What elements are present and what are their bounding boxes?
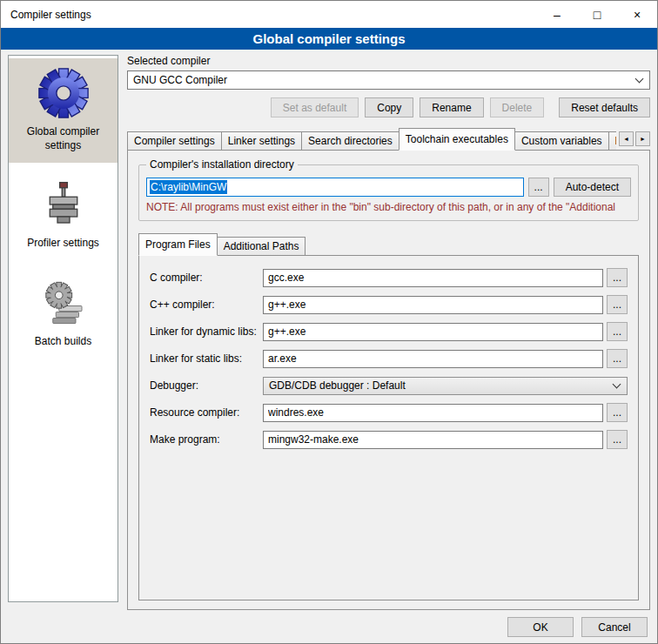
maximize-icon[interactable]: □: [577, 1, 617, 28]
install-dir-value: C:\raylib\MinGW: [150, 180, 227, 194]
make-program-row: Make program: ...: [150, 430, 628, 449]
auto-detect-button[interactable]: Auto-detect: [554, 178, 631, 197]
tab-custom-variables[interactable]: Custom variables: [514, 131, 609, 151]
cpp-compiler-row: C++ compiler: ...: [150, 295, 628, 314]
profiler-icon: [37, 178, 90, 231]
subtab-additional-paths[interactable]: Additional Paths: [217, 237, 306, 256]
tab-toolchain-executables[interactable]: Toolchain executables: [399, 128, 515, 151]
make-program-input[interactable]: [263, 431, 603, 449]
compiler-actions: Set as default Copy Rename Delete Reset …: [127, 97, 650, 117]
title-bar: Compiler settings – □ ×: [1, 1, 657, 28]
toolchain-executables-page: Compiler's installation directory C:\ray…: [127, 150, 650, 610]
selected-compiler-value: GNU GCC Compiler: [133, 74, 227, 86]
chevron-down-icon: [613, 380, 621, 389]
installation-directory-group: Compiler's installation directory C:\ray…: [138, 164, 639, 221]
set-as-default-button: Set as default: [271, 97, 359, 117]
sidebar-item-label: Profiler settings: [10, 237, 116, 251]
tab-scroll-right-icon[interactable]: ►: [635, 131, 650, 146]
debugger-value: GDB/CDB debugger : Default: [269, 379, 406, 392]
c-compiler-row: C compiler: ...: [150, 268, 628, 287]
dynamic-linker-input[interactable]: [263, 323, 603, 341]
sidebar-item-profiler-settings[interactable]: Profiler settings: [9, 170, 118, 261]
sidebar-item-global-compiler-settings[interactable]: Global compiler settings: [9, 58, 118, 163]
dialog-buttons: OK Cancel: [507, 617, 648, 637]
bin-subdirectory-note: NOTE: All programs must exist either in …: [146, 201, 631, 213]
subtab-program-files[interactable]: Program Files: [138, 233, 218, 256]
cpp-compiler-label: C++ compiler:: [150, 299, 263, 311]
static-linker-browse-button[interactable]: ...: [607, 349, 628, 368]
chevron-down-icon: [635, 75, 644, 84]
resource-compiler-row: Resource compiler: ...: [150, 403, 628, 422]
debugger-label: Debugger:: [150, 379, 263, 392]
resource-compiler-input[interactable]: [263, 404, 603, 422]
program-files-page: C compiler: ... C++ compiler: ...: [138, 255, 639, 600]
resource-compiler-label: Resource compiler:: [150, 406, 263, 419]
program-files-tab-bar: Program Files Additional Paths: [138, 233, 639, 256]
install-dir-browse-button[interactable]: ...: [528, 178, 549, 197]
tab-search-directories[interactable]: Search directories: [301, 131, 400, 151]
debugger-dropdown[interactable]: GDB/CDB debugger : Default: [263, 377, 628, 395]
selected-compiler-label: Selected compiler: [127, 55, 650, 67]
compiler-settings-window: Compiler settings – □ × Global compiler …: [0, 0, 658, 644]
make-program-label: Make program:: [150, 433, 263, 446]
minimize-icon[interactable]: –: [537, 1, 577, 28]
rename-button[interactable]: Rename: [420, 97, 483, 117]
delete-button: Delete: [490, 97, 545, 117]
installation-directory-row: C:\raylib\MinGW ... Auto-detect: [146, 178, 631, 197]
install-dir-input[interactable]: C:\raylib\MinGW: [146, 178, 524, 197]
dynamic-linker-row: Linker for dynamic libs: ...: [150, 322, 628, 341]
ok-button[interactable]: OK: [507, 617, 574, 637]
static-linker-row: Linker for static libs: ...: [150, 349, 628, 368]
selected-compiler-dropdown[interactable]: GNU GCC Compiler: [127, 70, 650, 90]
c-compiler-label: C compiler:: [150, 272, 263, 284]
batch-builds-icon: [37, 277, 90, 329]
sidebar-item-label: Batch builds: [10, 335, 116, 349]
tab-scroll-buttons: ◄ ►: [619, 131, 650, 146]
page-title: Global compiler settings: [1, 28, 657, 50]
sidebar-item-label: Global compiler settings: [10, 125, 116, 152]
blue-gear-icon: [37, 67, 90, 119]
window-title: Compiler settings: [1, 9, 91, 21]
dialog-body: Global compiler settings: [1, 50, 657, 643]
tab-build-options[interactable]: Build: [608, 131, 616, 151]
settings-category-list: Global compiler settings: [8, 55, 118, 602]
static-linker-input[interactable]: [263, 350, 603, 368]
debugger-row: Debugger: GDB/CDB debugger : Default: [150, 376, 628, 395]
tab-compiler-settings[interactable]: Compiler settings: [127, 131, 222, 151]
tab-scroll-left-icon[interactable]: ◄: [619, 131, 634, 146]
dynamic-linker-label: Linker for dynamic libs:: [150, 325, 263, 338]
make-program-browse-button[interactable]: ...: [607, 430, 628, 449]
tab-bar: Compiler settings Linker settings Search…: [127, 128, 650, 151]
tab-strip: Compiler settings Linker settings Search…: [127, 128, 616, 151]
cpp-compiler-input[interactable]: [263, 296, 603, 314]
resource-compiler-browse-button[interactable]: ...: [607, 403, 628, 422]
copy-button[interactable]: Copy: [365, 97, 413, 117]
c-compiler-input[interactable]: [263, 269, 603, 287]
tab-linker-settings[interactable]: Linker settings: [221, 131, 302, 151]
sidebar-item-batch-builds[interactable]: Batch builds: [9, 268, 118, 359]
c-compiler-browse-button[interactable]: ...: [607, 268, 628, 287]
static-linker-label: Linker for static libs:: [150, 352, 263, 365]
cancel-button[interactable]: Cancel: [581, 617, 648, 637]
window-controls: – □ ×: [537, 1, 657, 28]
reset-defaults-button[interactable]: Reset defaults: [559, 97, 650, 117]
dynamic-linker-browse-button[interactable]: ...: [607, 322, 628, 341]
main-panel: Selected compiler GNU GCC Compiler Set a…: [127, 55, 650, 610]
close-icon[interactable]: ×: [617, 1, 657, 28]
installation-directory-group-title: Compiler's installation directory: [146, 158, 298, 171]
cpp-compiler-browse-button[interactable]: ...: [607, 295, 628, 314]
